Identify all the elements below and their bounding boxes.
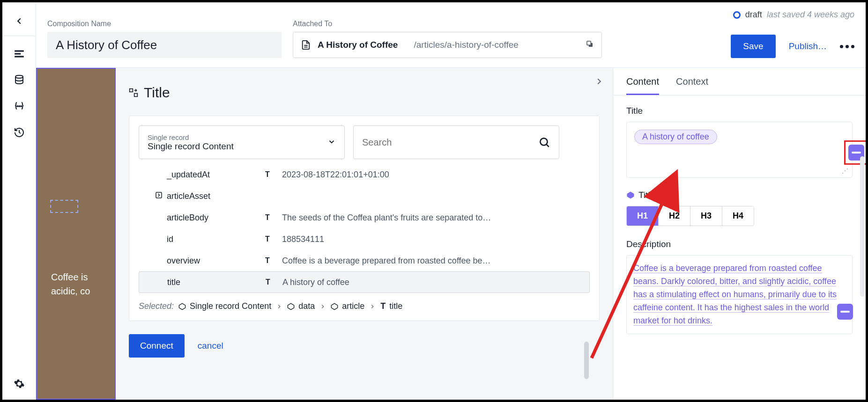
record-row[interactable]: id T 188534111 <box>139 228 590 250</box>
svg-point-3 <box>15 75 23 78</box>
path-segment[interactable]: data <box>287 301 315 311</box>
svg-point-4 <box>17 106 18 107</box>
composition-name-label: Composition Name <box>47 20 282 28</box>
tab-content[interactable]: Content <box>626 76 659 95</box>
history-icon[interactable] <box>13 126 26 139</box>
search-icon <box>538 136 550 148</box>
svg-rect-1 <box>15 53 21 54</box>
svg-marker-17 <box>288 303 294 309</box>
draft-status-icon <box>733 11 741 19</box>
tab-context[interactable]: Context <box>676 76 708 95</box>
more-menu-button[interactable] <box>840 45 854 48</box>
heading-h2-button[interactable]: H2 <box>659 206 690 226</box>
description-field[interactable]: Coffee is a beverage prepared from roast… <box>626 255 853 334</box>
back-button[interactable] <box>2 6 36 36</box>
structure-icon[interactable] <box>13 47 26 60</box>
title-field[interactable]: A history of coffee ⋰ <box>626 122 853 178</box>
modal-title: Title <box>144 85 170 101</box>
record-row[interactable]: overview T Coffee is a beverage prepared… <box>139 250 590 271</box>
description-label: Description <box>626 239 853 249</box>
settings-icon[interactable] <box>13 377 26 390</box>
path-segment[interactable]: article <box>331 301 364 311</box>
svg-marker-16 <box>179 303 185 309</box>
svg-rect-23 <box>840 311 850 313</box>
title-property-label: Title <box>626 106 853 116</box>
svg-rect-12 <box>134 94 138 97</box>
canvas-text: Coffee is acidic, co <box>51 270 90 298</box>
heading-h1-button[interactable]: H1 <box>627 206 659 226</box>
canvas-placeholder <box>50 200 78 213</box>
document-icon <box>301 40 311 50</box>
svg-rect-15 <box>156 192 162 198</box>
svg-rect-10 <box>587 41 591 45</box>
svg-point-5 <box>19 106 20 107</box>
database-icon[interactable] <box>13 73 26 87</box>
connect-button[interactable]: Connect <box>129 334 185 358</box>
svg-point-6 <box>21 106 22 107</box>
svg-marker-22 <box>627 192 634 199</box>
path-segment[interactable]: T title <box>380 301 402 311</box>
svg-point-13 <box>540 138 547 145</box>
scrollbar[interactable] <box>584 342 589 379</box>
svg-rect-0 <box>15 50 24 51</box>
save-button[interactable]: Save <box>731 35 775 58</box>
attached-to-box[interactable]: A History of Coffee /articles/a-history-… <box>293 32 602 58</box>
canvas-preview[interactable]: Coffee is acidic, co <box>36 68 116 400</box>
status-text: draft <box>745 10 762 20</box>
map-field-icon <box>129 88 138 97</box>
svg-marker-18 <box>332 303 338 309</box>
cancel-button[interactable]: cancel <box>198 341 223 351</box>
record-row[interactable]: articleAsset <box>139 185 590 207</box>
title-style-group: H1 H2 H3 H4 <box>626 206 754 226</box>
title-style-label: Title Style <box>626 190 853 200</box>
attached-path: /articles/a-history-of-coffee <box>414 40 519 50</box>
saved-text: last saved 4 weeks ago <box>767 10 854 20</box>
heading-h3-button[interactable]: H3 <box>690 206 722 226</box>
svg-rect-2 <box>15 56 24 57</box>
path-segment[interactable]: Single record Content <box>178 301 271 311</box>
collapse-panel-button[interactable] <box>594 76 604 88</box>
search-input[interactable] <box>362 137 538 148</box>
resize-handle[interactable]: ⋰ <box>842 167 848 175</box>
search-box[interactable] <box>353 125 559 159</box>
reference-icon <box>143 191 167 201</box>
chevron-down-icon <box>327 138 336 148</box>
attached-title: A History of Coffee <box>318 40 398 50</box>
composition-name-input[interactable] <box>47 32 282 58</box>
description-chip[interactable]: Coffee is a beverage prepared from roast… <box>633 263 837 326</box>
record-row[interactable]: _updatedAt T 2023-08-18T22:01:01+01:00 <box>139 164 590 185</box>
json-icon[interactable] <box>13 100 26 113</box>
copy-icon[interactable] <box>586 40 594 50</box>
title-chip[interactable]: A history of coffee <box>634 130 717 144</box>
attached-to-label: Attached To <box>293 20 602 28</box>
heading-h4-button[interactable]: H4 <box>722 206 754 226</box>
scrollbar[interactable] <box>860 156 865 297</box>
link-badge-icon[interactable] <box>837 304 853 320</box>
record-row-selected[interactable]: title T A history of coffee <box>139 271 590 293</box>
record-select[interactable]: Single record Single record Content <box>139 125 345 159</box>
selected-label: Selected: <box>139 301 174 311</box>
publish-button[interactable]: Publish… <box>789 41 827 51</box>
svg-rect-11 <box>130 89 133 92</box>
svg-line-14 <box>546 144 549 146</box>
svg-rect-21 <box>852 152 861 153</box>
record-row[interactable]: articleBody T The seeds of the Coffea pl… <box>139 207 590 228</box>
